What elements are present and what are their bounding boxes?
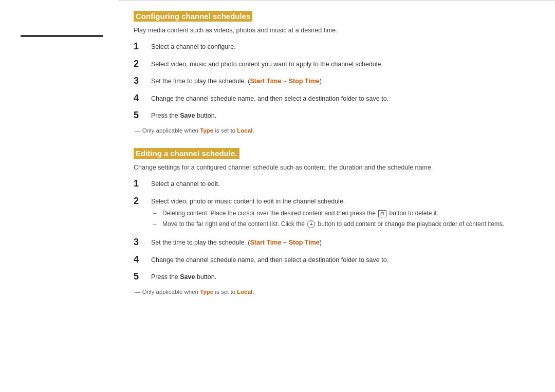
- main-content: Configuring channel schedules Play media…: [118, 0, 555, 392]
- stop-time-label-1: Stop Time: [289, 78, 320, 85]
- sub-bullet-delete-text: Deleting content: Place the cursor over …: [162, 209, 438, 218]
- step-2-editing: 2 Select video, photo or music content t…: [134, 196, 534, 231]
- save-label-2: Save: [180, 273, 195, 281]
- page-container: Configuring channel schedules Play media…: [0, 0, 555, 392]
- save-label-1: Save: [180, 112, 195, 119]
- add-icon: +: [307, 220, 315, 228]
- sub-bullet-delete: – Deleting content: Place the cursor ove…: [153, 209, 504, 218]
- edit-step-number-1: 1: [134, 178, 148, 190]
- edit-step-text-2: Select video, photo or music content to …: [151, 196, 504, 231]
- left-sidebar: [0, 0, 118, 392]
- section-intro-editing: Change settings for a configured channel…: [134, 164, 534, 171]
- section-intro-configuring: Play media content such as videos, photo…: [134, 27, 534, 34]
- step-number-5: 5: [134, 110, 148, 121]
- step-3-editing: 3 Set the time to play the schedule. (St…: [134, 237, 534, 248]
- step-2-configuring: 2 Select video, music and photo content …: [134, 59, 534, 70]
- local-label-1: Local: [237, 127, 252, 134]
- step-5-editing: 5 Press the Save button.: [134, 271, 534, 283]
- start-time-label-1: Start Time: [250, 78, 281, 85]
- step-4-configuring: 4 Change the channel schedule name, and …: [134, 93, 534, 104]
- local-label-2: Local: [237, 289, 252, 295]
- edit-step-number-2: 2: [134, 196, 148, 207]
- step-3-configuring: 3 Set the time to play the schedule. (St…: [134, 76, 534, 87]
- step-number-1: 1: [134, 41, 148, 52]
- sub-bullets-editing: – Deleting content: Place the cursor ove…: [153, 209, 504, 229]
- sub-bullet-add-text: Move to the far right end of the content…: [162, 220, 504, 229]
- edit-step-number-5: 5: [134, 271, 148, 283]
- section-editing: Editing a channel schedule. Change setti…: [134, 148, 534, 295]
- step-4-editing: 4 Change the channel schedule name, and …: [134, 254, 534, 266]
- dash-2: –: [153, 220, 162, 229]
- section-configuring: Configuring channel schedules Play media…: [134, 11, 534, 134]
- step-number-3: 3: [134, 76, 148, 87]
- section-title-editing: Editing a channel schedule.: [134, 148, 239, 159]
- dash-1: –: [153, 209, 162, 218]
- step-5-configuring: 5 Press the Save button.: [134, 110, 534, 121]
- edit-step-text-3: Set the time to play the schedule. (Star…: [151, 237, 322, 248]
- step-text-3: Set the time to play the schedule. (Star…: [151, 76, 322, 86]
- stop-time-label-2: Stop Time: [289, 239, 320, 246]
- step-text-5: Press the Save button.: [151, 110, 216, 121]
- section-title-configuring: Configuring channel schedules: [134, 11, 252, 22]
- edit-step-text-5: Press the Save button.: [151, 271, 216, 282]
- step-text-2: Select video, music and photo content yo…: [151, 59, 383, 69]
- step-number-2: 2: [134, 59, 148, 70]
- edit-step-number-3: 3: [134, 237, 148, 248]
- type-label-2: Type: [200, 289, 213, 295]
- step-1-configuring: 1 Select a channel to configure.: [134, 41, 534, 52]
- sub-bullet-add: – Move to the far right end of the conte…: [153, 220, 504, 229]
- steps-list-editing: 1 Select a channel to edit. 2 Select vid…: [134, 178, 534, 283]
- type-label-1: Type: [200, 127, 213, 134]
- start-time-label-2: Start Time: [250, 239, 281, 246]
- step-number-4: 4: [134, 93, 148, 104]
- edit-step-number-4: 4: [134, 254, 148, 266]
- edit-step-text-4: Change the channel schedule name, and th…: [151, 254, 388, 265]
- edit-step-text-1: Select a channel to edit.: [151, 178, 219, 189]
- step-1-editing: 1 Select a channel to edit.: [134, 178, 534, 190]
- sidebar-bar: [21, 35, 103, 37]
- step-text-1: Select a channel to configure.: [151, 41, 236, 52]
- note-configuring: Only applicable when Type is set to Loca…: [134, 127, 534, 134]
- steps-list-configuring: 1 Select a channel to configure. 2 Selec…: [134, 41, 534, 121]
- note-editing: Only applicable when Type is set to Loca…: [134, 289, 534, 295]
- step-text-4: Change the channel schedule name, and th…: [151, 93, 388, 104]
- delete-icon: ⊟: [378, 210, 386, 217]
